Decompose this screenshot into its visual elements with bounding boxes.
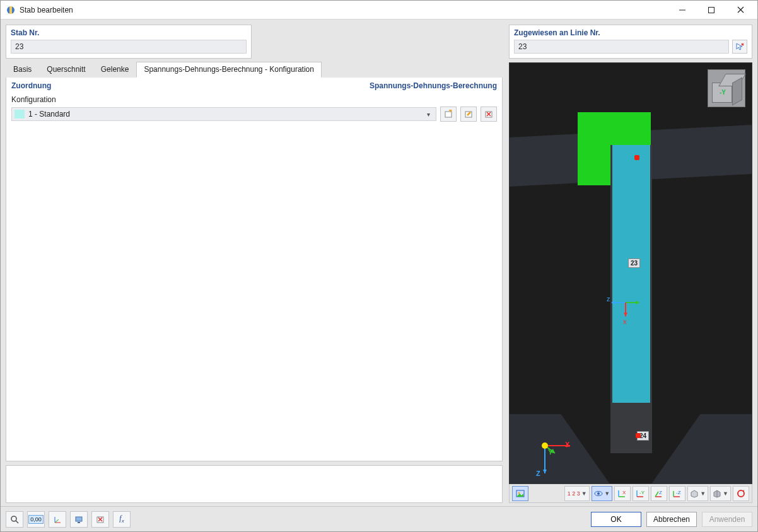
- svg-rect-49: [76, 517, 82, 521]
- bottom-tool-delete[interactable]: [91, 511, 109, 528]
- svg-rect-1: [9, 6, 12, 14]
- fx-icon: fx: [119, 514, 124, 524]
- member-no-label: Stab Nr.: [11, 28, 247, 37]
- view-tool-iso1[interactable]: ▼: [687, 486, 708, 501]
- view-dir-x[interactable]: X: [614, 486, 631, 501]
- panel-member-no: Stab Nr. 23: [6, 25, 252, 59]
- pick-cursor-icon: [735, 42, 744, 51]
- tab-bar: Basis Querschnitt Gelenke Spannungs-Dehn…: [6, 62, 503, 78]
- config-delete-button[interactable]: [481, 107, 497, 122]
- config-combo-row: 1 - Standard ▾: [11, 107, 497, 122]
- svg-text:Z: Z: [659, 490, 662, 495]
- svg-text:X: X: [622, 490, 626, 495]
- cancel-button[interactable]: Abbrechen: [646, 512, 697, 527]
- reset-view-icon: [737, 489, 745, 498]
- axis-y-label: Y: [548, 448, 552, 456]
- panel-assigned-line: Zugewiesen an Linie Nr. 23: [509, 25, 752, 59]
- svg-marker-17: [636, 301, 639, 304]
- svg-text:-Y: -Y: [639, 490, 645, 495]
- section-header-left: Zuordnung: [11, 81, 51, 90]
- assigned-line-label: Zugewiesen an Linie Nr.: [514, 28, 747, 37]
- svg-marker-19: [624, 313, 627, 316]
- tab-basis[interactable]: Basis: [6, 62, 39, 78]
- svg-point-9: [450, 110, 452, 112]
- iso-cube-a-icon: [690, 489, 699, 498]
- svg-point-44: [11, 516, 16, 521]
- svg-rect-8: [445, 112, 452, 117]
- config-combo[interactable]: 1 - Standard ▾: [11, 107, 436, 121]
- bottom-tool-units[interactable]: 0,00: [27, 511, 45, 528]
- axis-x-label: X: [565, 441, 569, 448]
- bottom-tool-render[interactable]: [70, 511, 88, 528]
- clear-icon: [96, 515, 105, 524]
- view-tool-numbering[interactable]: 1 2 3▼: [564, 486, 590, 501]
- view-dir-mz[interactable]: -Z: [669, 486, 685, 501]
- view-dir-z[interactable]: Z: [651, 486, 667, 501]
- chevron-down-icon: ▾: [423, 111, 433, 118]
- delete-item-icon: [484, 110, 493, 119]
- config-color-swatch: [15, 110, 25, 119]
- view-tool-iso2[interactable]: ▼: [710, 486, 731, 501]
- minimize-button[interactable]: [668, 1, 697, 20]
- svg-rect-50: [78, 522, 80, 523]
- tab-querschnitt[interactable]: Querschnitt: [39, 62, 93, 78]
- close-button[interactable]: [726, 1, 755, 20]
- local-axis-x-label: x: [623, 318, 627, 325]
- edit-item-icon: [464, 110, 473, 119]
- ok-button[interactable]: OK: [591, 512, 641, 527]
- viewport-3d[interactable]: 23 24 z x: [509, 62, 752, 484]
- tab-sd-config[interactable]: Spannungs-Dehnungs-Berechnung - Konfigur…: [136, 62, 322, 78]
- tab-body: Zuordnung Spannungs-Dehnungs-Berechnung …: [6, 78, 503, 461]
- svg-line-45: [16, 521, 18, 523]
- units-badge-icon: 0,00: [28, 515, 44, 524]
- svg-rect-3: [709, 7, 714, 13]
- view-dir-y[interactable]: -Y: [633, 486, 649, 501]
- dialog-window: Stab bearbeiten Stab Nr. 23 Zugewiesen a…: [0, 0, 758, 532]
- tab-gelenke[interactable]: Gelenke: [93, 62, 137, 78]
- local-axes: z x: [607, 290, 644, 328]
- view-y-icon: -Y: [636, 489, 646, 498]
- pick-line-button[interactable]: [732, 40, 747, 54]
- panel-spacer: [258, 25, 503, 59]
- monitor-icon: [74, 515, 83, 524]
- bottom-bar: 0,00 fx OK Abbrechen Anwenden: [1, 506, 757, 531]
- view-tool-show[interactable]: ▼: [592, 486, 612, 501]
- config-field-label: Konfiguration: [11, 95, 497, 104]
- column-selection: [612, 145, 650, 403]
- svg-marker-25: [543, 470, 547, 473]
- maximize-button[interactable]: [697, 1, 726, 20]
- titlebar: Stab bearbeiten: [1, 1, 757, 20]
- view-mz-icon: -Z: [672, 489, 682, 498]
- new-item-icon: [444, 110, 453, 119]
- local-axis-z-label: z: [607, 295, 610, 303]
- local-cs-icon: [53, 515, 62, 524]
- magnifier-icon: [10, 515, 19, 524]
- bottom-tool-function[interactable]: fx: [113, 511, 131, 528]
- svg-text:-Z: -Z: [676, 490, 681, 495]
- view-tool-reset[interactable]: [733, 486, 749, 501]
- view-x-icon: X: [617, 489, 627, 498]
- viewer-toolbar: 1 2 3▼ ▼ X -Y Z -Z: [509, 484, 752, 503]
- config-edit-button[interactable]: [460, 107, 477, 122]
- axis-origin-dot: [542, 442, 548, 449]
- bottom-tool-cs[interactable]: [49, 511, 66, 528]
- bottom-tool-help[interactable]: [6, 511, 23, 528]
- view-cube[interactable]: -Y: [708, 69, 745, 107]
- right-column: 23 24 z x: [509, 62, 752, 503]
- svg-point-29: [597, 492, 600, 495]
- view-z-icon: Z: [654, 489, 664, 498]
- note-field[interactable]: [6, 465, 503, 503]
- app-icon: [6, 5, 16, 15]
- config-new-button[interactable]: [440, 107, 457, 122]
- node-marker-bottom: [636, 433, 641, 438]
- work-area: Stab Nr. 23 Zugewiesen an Linie Nr. 23 B…: [1, 20, 757, 506]
- assigned-line-input[interactable]: 23: [514, 40, 729, 54]
- window-title: Stab bearbeiten: [20, 6, 668, 14]
- view-tool-print[interactable]: [512, 486, 528, 501]
- member-no-input[interactable]: 23: [11, 40, 247, 54]
- iso-cube-b-icon: [713, 489, 721, 498]
- image-frame-icon: [516, 489, 525, 498]
- svg-marker-15: [612, 301, 615, 304]
- config-combo-value: 1 - Standard: [28, 110, 423, 119]
- top-row: Stab Nr. 23 Zugewiesen an Linie Nr. 23: [6, 25, 752, 59]
